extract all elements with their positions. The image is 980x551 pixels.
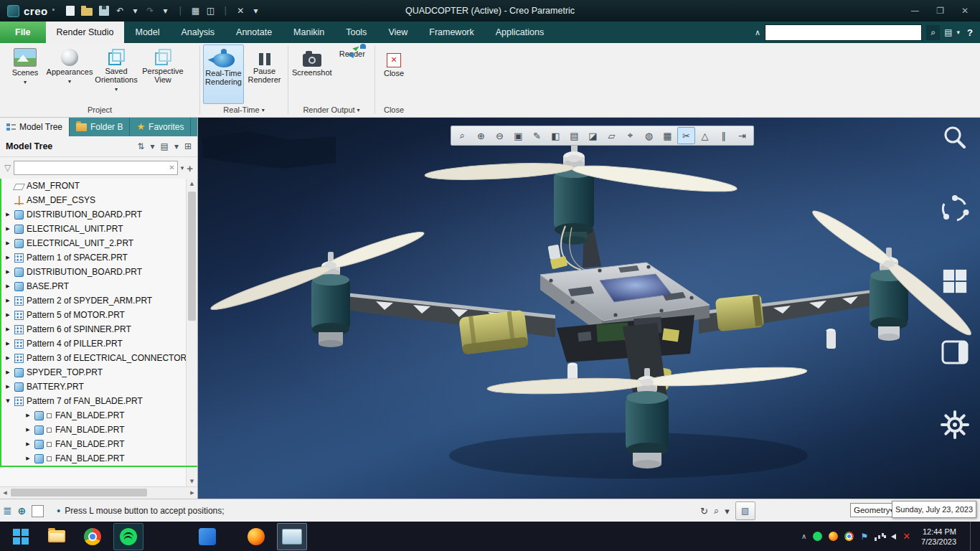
network-tray-icon[interactable] — [875, 532, 885, 541]
close-render-studio-button[interactable]: Close — [378, 44, 410, 104]
undo-dropdown-icon[interactable]: ▾ — [131, 5, 139, 17]
tree-row[interactable]: FAN_BLADE.PRT — [0, 437, 186, 451]
tree-columns-icon[interactable]: ⊞ — [184, 141, 192, 151]
tree-row[interactable]: ELECTRICAL_UNIT_2.PRT — [0, 236, 186, 250]
new-file-icon[interactable] — [66, 6, 75, 16]
command-list-icon[interactable]: ▤ — [944, 27, 952, 37]
expand-toggle-icon[interactable] — [4, 341, 11, 347]
scroll-left-icon[interactable]: ◀ — [0, 487, 10, 499]
item-display-icon[interactable]: ≣ — [3, 504, 12, 517]
expand-toggle-icon[interactable] — [4, 283, 11, 289]
filter-funnel-icon[interactable]: ▽ — [4, 163, 11, 173]
save-icon[interactable] — [99, 6, 109, 16]
shade-icon[interactable]: ◧ — [547, 127, 565, 144]
filter-dropdown-icon[interactable]: ▾ — [181, 164, 184, 171]
quadcopter-model[interactable] — [198, 117, 980, 499]
zoom-window-icon[interactable]: ⌕ — [453, 127, 471, 144]
zoom-out-icon[interactable]: ⊖ — [491, 127, 509, 144]
ribbon-tab[interactable]: Framework — [418, 22, 485, 43]
tree-row[interactable]: Pattern 7 of FAN_BLADE.PRT — [0, 394, 186, 408]
display-dropdown-icon[interactable]: ▾ — [174, 141, 179, 151]
tree-row[interactable]: SPYDER_TOP.PRT — [0, 365, 186, 380]
expand-toggle-icon[interactable] — [24, 441, 32, 447]
tree-row[interactable]: BATTERY.PRT — [0, 380, 186, 394]
group-label-render-output[interactable]: Render Output▾ — [288, 104, 374, 116]
ribbon-tab[interactable]: Annotate — [225, 22, 283, 43]
ribbon-tab[interactable]: Render Studio — [46, 22, 125, 43]
separator[interactable]: | — [176, 5, 184, 17]
start-button[interactable] — [6, 523, 36, 550]
search-button[interactable]: ⌕ — [926, 25, 940, 40]
filter-clear-icon[interactable]: ✕ — [169, 164, 174, 171]
file-explorer-button[interactable] — [42, 523, 72, 550]
tree-row[interactable]: FAN_BLADE.PRT — [0, 408, 186, 423]
vertical-scrollbar[interactable]: ▲ ▼ — [186, 179, 197, 486]
tree-row[interactable]: FAN_BLADE.PRT — [0, 451, 186, 466]
minimize-button[interactable]: — — [910, 6, 919, 16]
spin-center-icon[interactable]: ↻ — [700, 506, 708, 517]
firefox-button[interactable] — [241, 523, 271, 550]
expand-toggle-icon[interactable] — [4, 269, 11, 275]
tree-filter-input[interactable] — [14, 161, 177, 175]
zoom-in-icon[interactable]: ⊕ — [472, 127, 490, 144]
tree-row[interactable]: BASE.PRT — [0, 279, 186, 293]
tree-row[interactable]: Pattern 5 of MOTOR.PRT — [0, 308, 186, 322]
appearances-button[interactable]: Appearances ▾ — [47, 44, 92, 104]
windows-icon[interactable] — [938, 265, 971, 298]
gear-icon[interactable] — [938, 408, 971, 441]
tab-folder-browser[interactable]: Folder B — [70, 117, 130, 136]
group-label-realtime[interactable]: Real-Time▾ — [200, 104, 288, 116]
scenes-button[interactable]: Scenes ▾ — [3, 44, 47, 104]
ribbon-tab[interactable]: Model — [124, 22, 170, 43]
appearance-icon[interactable]: ◍ — [640, 127, 658, 144]
redo-dropdown-icon[interactable]: ▾ — [161, 5, 169, 17]
expand-toggle-icon[interactable] — [4, 398, 11, 404]
selection-filter-combobox[interactable]: Geometry ▾ — [850, 503, 896, 517]
section-icon[interactable]: ✂ — [677, 127, 695, 144]
perspective-view-button[interactable]: Perspective View — [141, 44, 185, 104]
search-model-icon[interactable]: ⌕ — [714, 505, 719, 517]
error-tray-icon[interactable]: ✕ — [903, 531, 910, 542]
separator[interactable]: | — [221, 5, 230, 17]
taskbar-clock[interactable]: 12:44 PM 7/23/2023 — [917, 527, 963, 547]
ribbon-tab[interactable]: Analysis — [171, 22, 226, 43]
sort-icon[interactable]: ⇅ — [137, 141, 144, 151]
tree-row[interactable]: ASM_DEF_CSYS — [0, 193, 186, 207]
graphics-viewport[interactable]: ⌕ ⊕ ⊖ ▣ ✎ ◧ ▤ ◪ ▱ ⌖ ◍ ▦ — [198, 117, 980, 499]
scroll-up-icon[interactable]: ▲ — [187, 179, 197, 189]
search-dropdown-icon[interactable]: ▾ — [725, 506, 730, 517]
refit-icon[interactable]: ▣ — [509, 127, 527, 144]
share-icon[interactable] — [938, 193, 971, 226]
horizontal-scrollbar[interactable]: ◀ ▶ — [0, 486, 197, 499]
tree-row[interactable]: Pattern 2 of SPYDER_ARM.PRT — [0, 293, 186, 308]
datum-display-icon[interactable]: ▱ — [603, 127, 621, 144]
expand-toggle-icon[interactable] — [4, 226, 11, 232]
ribbon-tab[interactable]: Applications — [485, 22, 555, 43]
display-icon[interactable] — [938, 336, 971, 369]
command-search-input[interactable] — [765, 24, 922, 41]
spotify-tray-icon[interactable] — [813, 532, 822, 541]
tree-row[interactable]: Pattern 1 of SPACER.PRT — [0, 250, 186, 265]
screenshot-button[interactable]: Screenshot — [291, 44, 333, 104]
stop-render-icon[interactable]: ⇥ — [733, 127, 751, 144]
tree-row[interactable]: DISTRIBUTION_BOARD.PRT — [0, 207, 186, 222]
realtime-rendering-button[interactable]: Real-Time Rendering — [203, 44, 244, 104]
expand-toggle-icon[interactable] — [4, 326, 11, 332]
sort-dropdown-icon[interactable]: ▾ — [151, 141, 155, 151]
expand-toggle-icon[interactable] — [24, 427, 32, 433]
redo-icon[interactable]: ↷ — [146, 5, 154, 17]
regenerate-icon[interactable]: ▦ — [191, 5, 199, 17]
ribbon-collapse-icon[interactable]: ∧ — [755, 28, 760, 37]
creo-window-button[interactable] — [277, 523, 307, 550]
axis-display-icon[interactable]: ⌖ — [621, 127, 639, 144]
tree-row[interactable]: DISTRIBUTION_BOARD.PRT — [0, 265, 186, 279]
pause-renderer-button[interactable]: Pause Renderer — [244, 44, 285, 104]
ribbon-tab[interactable]: Tools — [335, 22, 377, 43]
maximize-button[interactable]: ❐ — [936, 6, 944, 16]
filter-add-icon[interactable]: + — [187, 162, 193, 174]
web-browser-icon[interactable]: ⊕ — [18, 505, 27, 517]
tab-favorites[interactable]: Favorites — [130, 117, 191, 136]
saved-orientations-icon[interactable]: ◪ — [584, 127, 602, 144]
expand-toggle-icon[interactable] — [4, 212, 11, 217]
expand-toggle-icon[interactable] — [4, 369, 11, 375]
